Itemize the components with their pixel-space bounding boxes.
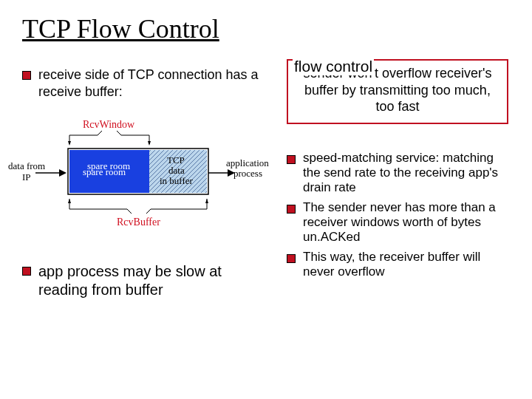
svg-marker-23 (68, 199, 71, 203)
svg-line-22 (146, 209, 151, 214)
svg-marker-24 (205, 199, 208, 203)
right-bullet-list: speed-matching service: matching the sen… (287, 151, 508, 280)
diagram-label-tcp1: TCP (167, 154, 185, 166)
left-bullet-1-text: receive side of TCP connection has a rec… (38, 66, 273, 100)
square-bullet-icon (22, 267, 31, 276)
right-bullet-2-text: The sender never has more than a receive… (303, 200, 508, 245)
svg-marker-1 (59, 169, 66, 177)
right-bullet-3: This way, the receiver buffer will never… (287, 250, 508, 280)
diagram-label-ip: IP (22, 171, 31, 183)
square-bullet-icon (287, 155, 296, 164)
square-bullet-icon (22, 71, 31, 80)
flow-control-box: flow control sender won't overflow recei… (287, 59, 508, 124)
left-bullet-2-text: app process may be slow at reading from … (38, 262, 273, 299)
right-bullet-1-text: speed-matching service: matching the sen… (303, 151, 508, 196)
right-bullet-1: speed-matching service: matching the sen… (287, 151, 508, 196)
content-columns: receive side of TCP connection has a rec… (22, 58, 510, 305)
flow-control-legend-label: flow control (293, 58, 374, 75)
slide-title: TCP Flow Control (22, 13, 510, 44)
diagram-label-app2: process (233, 168, 262, 179)
svg-line-13 (98, 131, 102, 135)
left-bullet-1: receive side of TCP connection has a rec… (22, 66, 273, 100)
right-bullet-3-text: This way, the receiver buffer will never… (303, 250, 508, 280)
square-bullet-icon (287, 254, 296, 263)
left-bullet-2: app process may be slow at reading from … (22, 262, 273, 299)
right-column: flow control sender won't overflow recei… (287, 50, 508, 305)
svg-marker-15 (68, 141, 71, 146)
buffer-diagram: data from IP spare room spare room (6, 117, 273, 243)
svg-line-14 (117, 131, 121, 135)
svg-marker-16 (148, 141, 151, 146)
left-column: receive side of TCP connection has a rec… (22, 58, 273, 305)
svg-line-21 (127, 209, 132, 214)
diagram-label-tcp2: data (168, 165, 185, 176)
svg-text:spare room: spare room (83, 166, 126, 177)
square-bullet-icon (287, 205, 296, 214)
diagram-label-rcvwindow: RcvWindow (83, 119, 135, 130)
right-bullet-2: The sender never has more than a receive… (287, 200, 508, 245)
diagram-label-datafrom: data from (8, 160, 45, 171)
diagram-label-tcp3: in buffer (160, 175, 194, 186)
diagram-label-rcvbuffer: RcvBuffer (117, 216, 160, 228)
diagram-label-app1: application (226, 157, 269, 168)
